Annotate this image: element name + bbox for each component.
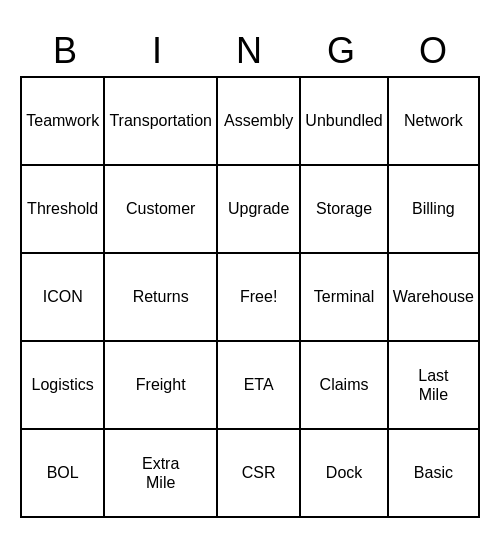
cell-text: BOL [47, 463, 79, 482]
bingo-cell: Threshold [22, 166, 105, 254]
bingo-cell: Transportation [105, 78, 218, 166]
bingo-cell: CSR [218, 430, 301, 518]
cell-text: Logistics [32, 375, 94, 394]
cell-text: ICON [43, 287, 83, 306]
bingo-cell: Freight [105, 342, 218, 430]
cell-text: Storage [316, 199, 372, 218]
bingo-cell: Basic [389, 430, 480, 518]
bingo-cell: Billing [389, 166, 480, 254]
cell-text: Dock [326, 463, 362, 482]
bingo-card: BINGO TeamworkTransportationAssemblyUnbu… [20, 26, 480, 518]
cell-text: Unbundled [305, 111, 382, 130]
bingo-cell: Storage [301, 166, 388, 254]
bingo-cell: Logistics [22, 342, 105, 430]
bingo-cell: Teamwork [22, 78, 105, 166]
cell-text: Customer [126, 199, 195, 218]
bingo-cell: Warehouse [389, 254, 480, 342]
cell-text: Teamwork [26, 111, 99, 130]
header-letter: I [112, 26, 204, 76]
cell-text: Terminal [314, 287, 374, 306]
cell-text: ETA [244, 375, 274, 394]
cell-text: Freight [136, 375, 186, 394]
cell-text: Assembly [224, 111, 293, 130]
bingo-cell: Free! [218, 254, 301, 342]
header-letter: G [296, 26, 388, 76]
bingo-cell: Upgrade [218, 166, 301, 254]
cell-text: Threshold [27, 199, 98, 218]
bingo-cell: Assembly [218, 78, 301, 166]
cell-text: LastMile [418, 366, 448, 404]
cell-text: Claims [320, 375, 369, 394]
bingo-grid: TeamworkTransportationAssemblyUnbundledN… [20, 76, 480, 518]
bingo-cell: Dock [301, 430, 388, 518]
header-letter: O [388, 26, 480, 76]
bingo-header: BINGO [20, 26, 480, 76]
bingo-cell: Unbundled [301, 78, 388, 166]
cell-text: Free! [240, 287, 277, 306]
cell-text: CSR [242, 463, 276, 482]
header-letter: N [204, 26, 296, 76]
bingo-cell: Returns [105, 254, 218, 342]
bingo-cell: Terminal [301, 254, 388, 342]
bingo-cell: Network [389, 78, 480, 166]
bingo-cell: ICON [22, 254, 105, 342]
cell-text: Upgrade [228, 199, 289, 218]
header-letter: B [20, 26, 112, 76]
bingo-cell: ExtraMile [105, 430, 218, 518]
cell-text: Returns [133, 287, 189, 306]
cell-text: Transportation [109, 111, 212, 130]
bingo-cell: ETA [218, 342, 301, 430]
cell-text: ExtraMile [142, 454, 179, 492]
cell-text: Network [404, 111, 463, 130]
bingo-cell: BOL [22, 430, 105, 518]
cell-text: Billing [412, 199, 455, 218]
cell-text: Warehouse [393, 287, 474, 306]
bingo-cell: Customer [105, 166, 218, 254]
bingo-cell: Claims [301, 342, 388, 430]
bingo-cell: LastMile [389, 342, 480, 430]
cell-text: Basic [414, 463, 453, 482]
